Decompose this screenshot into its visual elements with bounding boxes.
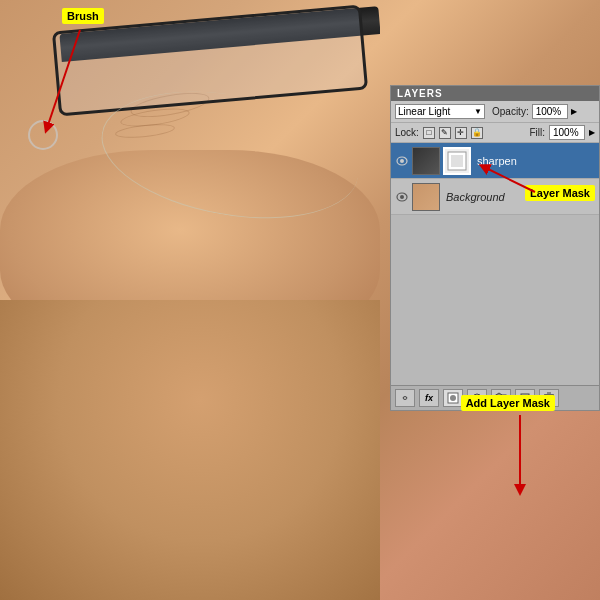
- svg-point-7: [450, 395, 456, 401]
- opacity-input[interactable]: 100%: [532, 104, 568, 119]
- layer-sharpen[interactable]: sharpen: [391, 143, 599, 179]
- layer-sharpen-name: sharpen: [477, 155, 517, 167]
- lock-position-btn[interactable]: ✎: [439, 127, 451, 139]
- lock-label: Lock:: [395, 127, 419, 138]
- blend-mode-arrow: ▼: [474, 107, 482, 116]
- visibility-sharpen[interactable]: [395, 154, 409, 168]
- layer-mask-annotation: Layer Mask: [525, 185, 595, 201]
- layers-panel: LAYERS Linear Light ▼ Opacity: 100% ▶ Lo…: [390, 85, 600, 411]
- blend-opacity-row: Linear Light ▼ Opacity: 100% ▶: [391, 101, 599, 123]
- svg-rect-3: [451, 155, 463, 167]
- fill-arrow: ▶: [589, 128, 595, 137]
- lock-all-btn[interactable]: 🔒: [471, 127, 483, 139]
- main-container: Brush LAYERS Linear Light ▼ Opacity: 100…: [0, 0, 600, 600]
- layers-empty-area: [391, 215, 599, 385]
- blend-mode-value: Linear Light: [398, 106, 450, 117]
- layers-title: LAYERS: [391, 86, 599, 101]
- opacity-label: Opacity:: [492, 106, 529, 117]
- brush-cursor: [28, 120, 58, 150]
- layer-sharpen-thumb: [412, 147, 440, 175]
- svg-point-5: [400, 195, 404, 199]
- fill-input[interactable]: 100%: [549, 125, 585, 140]
- layer-effects-btn[interactable]: fx: [419, 389, 439, 407]
- layer-background-thumb: [412, 183, 440, 211]
- svg-point-1: [400, 159, 404, 163]
- blend-mode-select[interactable]: Linear Light ▼: [395, 104, 485, 119]
- opacity-arrow: ▶: [571, 107, 577, 116]
- layer-background-name: Background: [446, 191, 505, 203]
- lock-pixel-btn[interactable]: □: [423, 127, 435, 139]
- link-layers-btn[interactable]: [395, 389, 415, 407]
- layer-sharpen-mask[interactable]: [443, 147, 471, 175]
- fill-label: Fill:: [529, 127, 545, 138]
- brush-annotation: Brush: [62, 8, 104, 24]
- face-detail: [0, 0, 380, 600]
- skin-patch-2: [0, 300, 380, 600]
- lock-fill-row: Lock: □ ✎ ✛ 🔒 Fill: 100% ▶: [391, 123, 599, 143]
- lock-move-btn[interactable]: ✛: [455, 127, 467, 139]
- visibility-background[interactable]: [395, 190, 409, 204]
- add-layer-mask-annotation: Add Layer Mask: [461, 395, 555, 411]
